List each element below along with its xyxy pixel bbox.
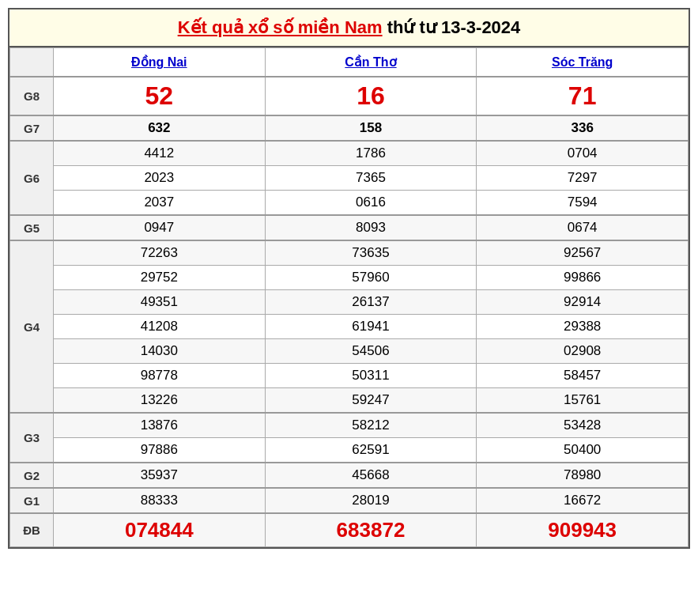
cell-c1: 2023 bbox=[54, 166, 266, 191]
cell-c2: 62591 bbox=[265, 438, 477, 463]
cell-c1: 88333 bbox=[54, 488, 266, 513]
cell-c1: 98778 bbox=[54, 364, 266, 388]
prize-label: ĐB bbox=[10, 513, 54, 547]
table-row: G2359374566878980 bbox=[10, 463, 689, 488]
table-row: 140305450602908 bbox=[10, 339, 689, 364]
header-label bbox=[10, 48, 54, 77]
title-day-text: thứ tư 13-3-2024 bbox=[387, 17, 521, 37]
table-row: 297525796099866 bbox=[10, 266, 689, 290]
cell-c1: 074844 bbox=[54, 513, 266, 547]
cell-c3: 71 bbox=[477, 77, 689, 115]
title-kq: Kết quả xổ số miền Nam bbox=[178, 17, 383, 37]
cell-c3: 16672 bbox=[477, 488, 689, 513]
cell-c2: 0616 bbox=[265, 191, 477, 216]
cell-c3: 58457 bbox=[477, 364, 689, 388]
cell-c1: 2037 bbox=[54, 191, 266, 216]
table-row: G5094780930674 bbox=[10, 215, 689, 240]
cell-c2: 26137 bbox=[265, 290, 477, 315]
table-row: 202373657297 bbox=[10, 166, 689, 191]
prize-label: G5 bbox=[10, 215, 54, 240]
cell-c3: 0674 bbox=[477, 215, 689, 240]
cell-c3: 0704 bbox=[477, 141, 689, 166]
cell-c1: 13876 bbox=[54, 413, 266, 438]
cell-c2: 7365 bbox=[265, 166, 477, 191]
cell-c3: 7594 bbox=[477, 191, 689, 216]
table-row: 978866259150400 bbox=[10, 438, 689, 463]
prize-label: G3 bbox=[10, 413, 54, 463]
cell-c1: 52 bbox=[54, 77, 266, 115]
cell-c3: 29388 bbox=[477, 315, 689, 339]
cell-c2: 45668 bbox=[265, 463, 477, 488]
cell-c3: 15761 bbox=[477, 388, 689, 414]
prize-label: G8 bbox=[10, 77, 54, 115]
table-row: G3138765821253428 bbox=[10, 413, 689, 438]
table-row: G8521671 bbox=[10, 77, 689, 115]
table-row: G6441217860704 bbox=[10, 141, 689, 166]
cell-c2: 28019 bbox=[265, 488, 477, 513]
cell-c2: 158 bbox=[265, 115, 477, 141]
table-row: 132265924715761 bbox=[10, 388, 689, 414]
table-row: 412086194129388 bbox=[10, 315, 689, 339]
cell-c1: 632 bbox=[54, 115, 266, 141]
cell-c3: 7297 bbox=[477, 166, 689, 191]
cell-c2: 57960 bbox=[265, 266, 477, 290]
cell-c1: 29752 bbox=[54, 266, 266, 290]
cell-c3: 02908 bbox=[477, 339, 689, 364]
table-row: G7632158336 bbox=[10, 115, 689, 141]
table-row: G4722637363592567 bbox=[10, 240, 689, 266]
prize-label: G2 bbox=[10, 463, 54, 488]
cell-c1: 4412 bbox=[54, 141, 266, 166]
cell-c1: 41208 bbox=[54, 315, 266, 339]
cell-c2: 61941 bbox=[265, 315, 477, 339]
prize-label: G4 bbox=[10, 240, 54, 413]
header-col2: Cần Thơ bbox=[265, 48, 477, 77]
table-row: G1883332801916672 bbox=[10, 488, 689, 513]
cell-c1: 72263 bbox=[54, 240, 266, 266]
cell-c2: 683872 bbox=[265, 513, 477, 547]
header-col1: Đồng Nai bbox=[54, 48, 266, 77]
cell-c2: 73635 bbox=[265, 240, 477, 266]
prize-label: G7 bbox=[10, 115, 54, 141]
table-row: 987785031158457 bbox=[10, 364, 689, 388]
cell-c3: 50400 bbox=[477, 438, 689, 463]
cell-c3: 336 bbox=[477, 115, 689, 141]
cell-c2: 16 bbox=[265, 77, 477, 115]
title-bar: Kết quả xổ số miền Nam thứ tư 13-3-2024 bbox=[9, 9, 689, 47]
cell-c1: 0947 bbox=[54, 215, 266, 240]
cell-c2: 8093 bbox=[265, 215, 477, 240]
main-container: Kết quả xổ số miền Nam thứ tư 13-3-2024 … bbox=[8, 8, 690, 549]
cell-c3: 53428 bbox=[477, 413, 689, 438]
table-row: ĐB074844683872909943 bbox=[10, 513, 689, 547]
header-row: Đồng Nai Cần Thơ Sóc Trăng bbox=[10, 48, 689, 77]
cell-c3: 99866 bbox=[477, 266, 689, 290]
cell-c3: 909943 bbox=[477, 513, 689, 547]
cell-c1: 13226 bbox=[54, 388, 266, 414]
prize-label: G1 bbox=[10, 488, 54, 513]
header-col3: Sóc Trăng bbox=[477, 48, 689, 77]
results-table: Đồng Nai Cần Thơ Sóc Trăng G8521671G7632… bbox=[9, 47, 689, 547]
cell-c1: 97886 bbox=[54, 438, 266, 463]
cell-c2: 59247 bbox=[265, 388, 477, 414]
cell-c3: 92567 bbox=[477, 240, 689, 266]
cell-c1: 49351 bbox=[54, 290, 266, 315]
cell-c2: 54506 bbox=[265, 339, 477, 364]
cell-c2: 1786 bbox=[265, 141, 477, 166]
cell-c3: 92914 bbox=[477, 290, 689, 315]
cell-c1: 14030 bbox=[54, 339, 266, 364]
cell-c2: 50311 bbox=[265, 364, 477, 388]
table-row: 203706167594 bbox=[10, 191, 689, 216]
cell-c1: 35937 bbox=[54, 463, 266, 488]
prize-label: G6 bbox=[10, 141, 54, 215]
table-row: 493512613792914 bbox=[10, 290, 689, 315]
cell-c2: 58212 bbox=[265, 413, 477, 438]
cell-c3: 78980 bbox=[477, 463, 689, 488]
